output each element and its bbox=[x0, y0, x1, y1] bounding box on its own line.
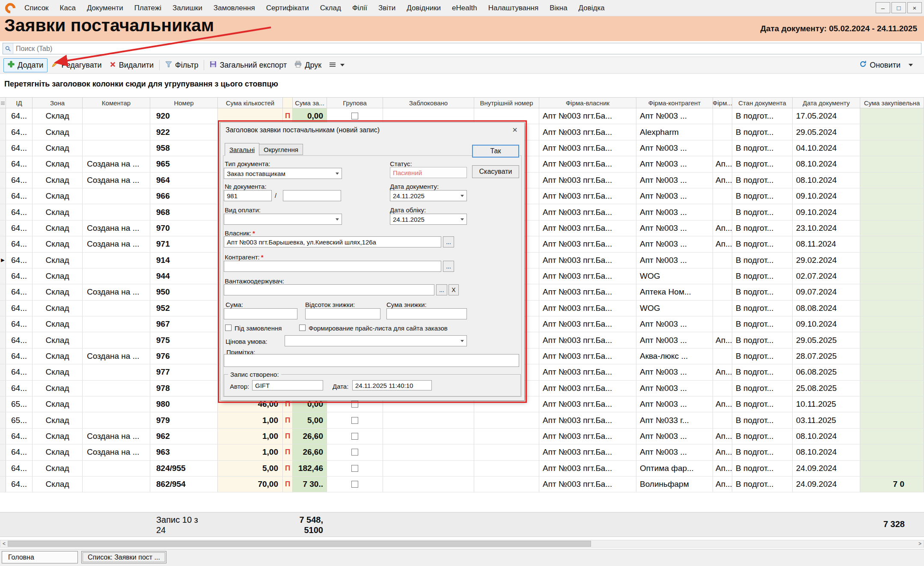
menu-item[interactable]: Платежі bbox=[129, 4, 167, 12]
scrollbar-thumb[interactable] bbox=[8, 541, 591, 547]
menu-item[interactable]: Каса bbox=[54, 4, 81, 12]
table-row[interactable]: 64...СкладСоздана на ...9631,00П26,60Апт… bbox=[0, 444, 924, 460]
group-checkbox[interactable] bbox=[351, 417, 358, 424]
row-selector-gutter bbox=[0, 204, 6, 220]
cell-purchase bbox=[860, 381, 924, 396]
print-button[interactable]: Друк bbox=[291, 59, 325, 72]
col-header-number[interactable]: Номер bbox=[150, 98, 218, 108]
scroll-left-arrow[interactable]: < bbox=[0, 540, 8, 547]
tab-general[interactable]: Загальні bbox=[225, 143, 259, 156]
group-checkbox[interactable] bbox=[351, 481, 358, 488]
consignee-clear-button[interactable]: X bbox=[449, 284, 459, 295]
col-header-group[interactable]: Групова bbox=[327, 98, 383, 108]
account-date-select[interactable]: 24.11.2025 bbox=[390, 214, 467, 225]
cell-internal bbox=[474, 477, 539, 492]
group-checkbox[interactable] bbox=[351, 433, 358, 440]
price-condition-select[interactable] bbox=[285, 335, 467, 346]
price-list-checkbox[interactable] bbox=[299, 325, 306, 331]
col-header-sum[interactable]: Сума за... bbox=[293, 98, 327, 108]
col-header-date[interactable]: Дата документу bbox=[793, 98, 860, 108]
edit-button[interactable]: Редагувати bbox=[48, 59, 105, 72]
consignee-picker-button[interactable]: ... bbox=[436, 284, 447, 295]
col-header-p[interactable] bbox=[283, 98, 293, 108]
menu-item[interactable]: Довідка bbox=[573, 4, 610, 12]
doc-type-select[interactable]: Заказ поставщикам bbox=[224, 168, 342, 179]
search-box[interactable] bbox=[3, 43, 921, 54]
doc-number-suffix-input[interactable] bbox=[283, 190, 341, 201]
menu-item[interactable]: Вікна bbox=[544, 4, 573, 12]
menu-item[interactable]: Список bbox=[19, 4, 54, 12]
list-options-button[interactable] bbox=[325, 59, 348, 72]
col-header-purchase[interactable]: Сума закупівельна bbox=[860, 98, 924, 108]
group-checkbox[interactable] bbox=[351, 449, 358, 456]
refresh-button-label: Оновити bbox=[870, 61, 900, 70]
col-header-blocked[interactable]: Заблоковано bbox=[383, 98, 474, 108]
menu-item[interactable]: Замовлення bbox=[208, 4, 261, 12]
menu-item[interactable]: eHealth bbox=[446, 4, 483, 12]
under-order-checkbox[interactable] bbox=[225, 325, 232, 331]
table-row[interactable]: 65...Склад9791,00П5,00Апт №003 пгт.Ба...… bbox=[0, 412, 924, 428]
doc-number-input[interactable]: 981 bbox=[224, 190, 272, 201]
cell-comment bbox=[83, 381, 150, 396]
menu-item[interactable]: Налаштування bbox=[483, 4, 544, 12]
menu-item[interactable]: Склад bbox=[315, 4, 347, 12]
cell-owner: Апт №003 пгт.Ба... bbox=[539, 412, 636, 428]
col-header-owner[interactable]: Фірма-власник bbox=[539, 98, 636, 108]
discount-sum-input[interactable] bbox=[386, 308, 467, 319]
table-row[interactable]: 64...Склад824/9555,00П182,46Апт №003 пгт… bbox=[0, 461, 924, 477]
menu-item[interactable]: Філії bbox=[347, 4, 373, 12]
restore-button[interactable]: □ bbox=[891, 2, 906, 13]
group-checkbox[interactable] bbox=[351, 401, 358, 408]
table-row[interactable]: 64...Склад862/95470,00П7 30..Апт №003 пг… bbox=[0, 477, 924, 492]
search-input[interactable] bbox=[13, 45, 921, 53]
col-header-state[interactable]: Стан документа bbox=[732, 98, 793, 108]
horizontal-scrollbar[interactable]: < > bbox=[0, 540, 924, 548]
col-header-firm[interactable]: Фірм... bbox=[713, 98, 732, 108]
col-header-zone[interactable]: Зона bbox=[33, 98, 83, 108]
group-checkbox[interactable] bbox=[351, 465, 358, 472]
cell-contragent: Апт №003 ... bbox=[636, 204, 713, 220]
group-checkbox[interactable] bbox=[351, 113, 358, 119]
minimize-button[interactable]: – bbox=[876, 2, 890, 13]
dialog-close-icon[interactable]: × bbox=[510, 124, 520, 136]
cancel-button[interactable]: Скасувати bbox=[472, 165, 519, 178]
sum-input[interactable] bbox=[224, 308, 297, 319]
col-header-internal[interactable]: Внутрішній номер bbox=[474, 98, 539, 108]
close-button[interactable]: × bbox=[907, 2, 922, 13]
export-button[interactable]: Загальний експорт bbox=[206, 59, 291, 72]
cell-number: 975 bbox=[150, 332, 218, 348]
tab-home[interactable]: Головна bbox=[2, 551, 78, 563]
table-row[interactable]: 64...СкладСоздана на ...9621,00П26,60Апт… bbox=[0, 429, 924, 444]
author-input[interactable]: GIFT bbox=[252, 380, 323, 390]
add-button[interactable]: Додати bbox=[3, 58, 48, 72]
cell-sum: 26,60 bbox=[293, 429, 327, 444]
col-header-comment[interactable]: Коментар bbox=[83, 98, 150, 108]
pay-type-select[interactable] bbox=[224, 214, 342, 225]
delete-button[interactable]: Видалити bbox=[106, 59, 157, 72]
menu-item[interactable]: Документи bbox=[81, 4, 129, 12]
col-header-id[interactable]: ІД bbox=[6, 98, 33, 108]
tab-rounding[interactable]: Округлення bbox=[259, 144, 303, 155]
consignee-input[interactable] bbox=[224, 284, 434, 295]
cell-date: 08.10.2024 bbox=[793, 173, 860, 188]
col-header-qty[interactable]: Сума кількостей bbox=[218, 98, 283, 108]
doc-date-select[interactable]: 24.11.2025 bbox=[390, 190, 467, 201]
menu-item[interactable]: Залишки bbox=[167, 4, 208, 12]
menu-item[interactable]: Довідники bbox=[401, 4, 446, 12]
scroll-right-arrow[interactable]: > bbox=[916, 540, 924, 547]
note-input[interactable] bbox=[224, 354, 519, 367]
filter-button[interactable]: Фільтр bbox=[161, 59, 202, 72]
menu-item[interactable]: Звіти bbox=[373, 4, 401, 12]
tab-list-requests[interactable]: Список: Заявки пост ... bbox=[81, 551, 166, 563]
owner-picker-button[interactable]: ... bbox=[443, 236, 454, 247]
ok-button[interactable]: Так bbox=[472, 145, 519, 158]
contragent-picker-button[interactable]: ... bbox=[443, 261, 454, 272]
refresh-dropdown-icon[interactable] bbox=[909, 64, 913, 66]
owner-input[interactable]: Апт №003 пгт.Барышевка, ул.Киевский шлях… bbox=[224, 236, 441, 247]
created-date-input[interactable]: 24.11.2025 11:40:10 bbox=[352, 380, 432, 390]
discount-pct-input[interactable] bbox=[305, 308, 380, 319]
refresh-button[interactable]: Оновити bbox=[856, 58, 904, 72]
col-header-contragent[interactable]: Фірма-контрагент bbox=[636, 98, 713, 108]
contragent-input[interactable] bbox=[224, 261, 441, 272]
menu-item[interactable]: Сертифікати bbox=[261, 4, 315, 12]
